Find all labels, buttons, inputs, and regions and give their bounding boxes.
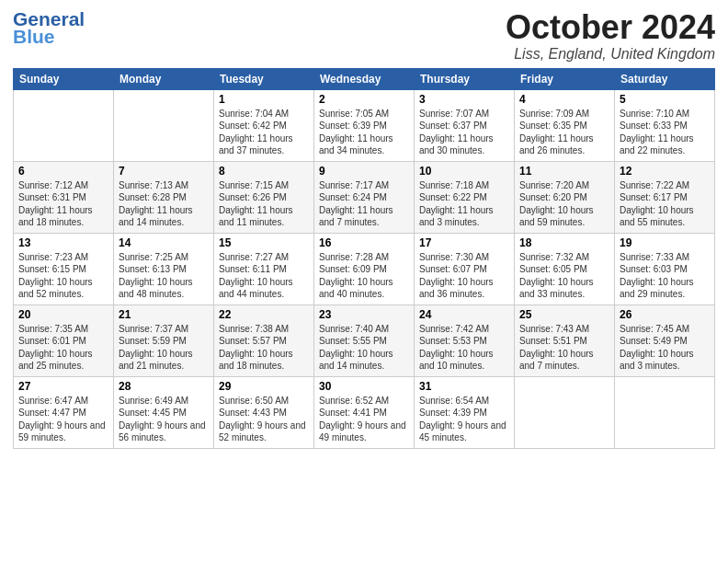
day-number: 13 (18, 236, 108, 249)
calendar-cell (615, 376, 715, 448)
day-number: 20 (18, 308, 108, 321)
calendar-cell (515, 376, 615, 448)
day-number: 8 (219, 165, 309, 178)
day-number: 2 (319, 93, 409, 106)
weekday-header-row: SundayMondayTuesdayWednesdayThursdayFrid… (14, 68, 715, 89)
day-info: Sunrise: 7:45 AM Sunset: 5:49 PM Dayligh… (620, 323, 710, 373)
day-info: Sunrise: 7:05 AM Sunset: 6:39 PM Dayligh… (319, 108, 409, 157)
weekday-header-sunday: Sunday (14, 68, 114, 89)
calendar-cell: 24Sunrise: 7:42 AM Sunset: 5:53 PM Dayli… (415, 304, 515, 376)
calendar-week-4: 20Sunrise: 7:35 AM Sunset: 6:01 PM Dayli… (14, 304, 715, 376)
calendar-cell: 3Sunrise: 7:07 AM Sunset: 6:37 PM Daylig… (415, 89, 515, 161)
calendar-cell: 4Sunrise: 7:09 AM Sunset: 6:35 PM Daylig… (515, 89, 615, 161)
calendar-cell: 28Sunrise: 6:49 AM Sunset: 4:45 PM Dayli… (114, 376, 214, 448)
day-info: Sunrise: 7:10 AM Sunset: 6:33 PM Dayligh… (620, 108, 710, 157)
day-number: 25 (519, 308, 609, 321)
day-info: Sunrise: 7:38 AM Sunset: 5:57 PM Dayligh… (219, 323, 309, 373)
calendar-week-3: 13Sunrise: 7:23 AM Sunset: 6:15 PM Dayli… (14, 233, 715, 304)
location: Liss, England, United Kingdom (506, 46, 715, 63)
day-number: 14 (119, 236, 209, 249)
calendar-cell: 30Sunrise: 6:52 AM Sunset: 4:41 PM Dayli… (314, 376, 415, 448)
day-info: Sunrise: 6:50 AM Sunset: 4:43 PM Dayligh… (219, 395, 309, 444)
weekday-header-thursday: Thursday (415, 68, 515, 89)
calendar-week-2: 6Sunrise: 7:12 AM Sunset: 6:31 PM Daylig… (14, 161, 715, 233)
day-number: 15 (219, 236, 309, 249)
calendar-cell: 31Sunrise: 6:54 AM Sunset: 4:39 PM Dayli… (415, 376, 515, 448)
calendar-cell: 11Sunrise: 7:20 AM Sunset: 6:20 PM Dayli… (515, 161, 615, 233)
day-number: 22 (219, 308, 309, 321)
weekday-header-monday: Monday (114, 68, 214, 89)
day-number: 3 (419, 93, 509, 106)
title-block: October 2024 Liss, England, United Kingd… (506, 9, 715, 63)
day-info: Sunrise: 7:40 AM Sunset: 5:55 PM Dayligh… (319, 323, 409, 373)
month-title: October 2024 (506, 9, 715, 46)
calendar-cell: 22Sunrise: 7:38 AM Sunset: 5:57 PM Dayli… (214, 304, 314, 376)
weekday-header-tuesday: Tuesday (214, 68, 314, 89)
day-info: Sunrise: 7:07 AM Sunset: 6:37 PM Dayligh… (419, 108, 509, 157)
calendar-cell: 7Sunrise: 7:13 AM Sunset: 6:28 PM Daylig… (114, 161, 214, 233)
day-number: 17 (419, 236, 509, 249)
day-info: Sunrise: 7:32 AM Sunset: 6:05 PM Dayligh… (519, 251, 609, 301)
calendar-cell: 13Sunrise: 7:23 AM Sunset: 6:15 PM Dayli… (14, 233, 114, 304)
day-info: Sunrise: 6:52 AM Sunset: 4:41 PM Dayligh… (319, 395, 409, 444)
calendar-cell: 17Sunrise: 7:30 AM Sunset: 6:07 PM Dayli… (415, 233, 515, 304)
day-info: Sunrise: 7:35 AM Sunset: 6:01 PM Dayligh… (18, 323, 108, 373)
calendar-week-1: 1Sunrise: 7:04 AM Sunset: 6:42 PM Daylig… (14, 89, 715, 161)
calendar-cell (114, 89, 214, 161)
calendar-cell (14, 89, 114, 161)
day-info: Sunrise: 7:13 AM Sunset: 6:28 PM Dayligh… (119, 179, 209, 229)
calendar-cell: 19Sunrise: 7:33 AM Sunset: 6:03 PM Dayli… (615, 233, 715, 304)
day-info: Sunrise: 7:12 AM Sunset: 6:31 PM Dayligh… (18, 179, 108, 229)
calendar-cell: 27Sunrise: 6:47 AM Sunset: 4:47 PM Dayli… (14, 376, 114, 448)
day-number: 19 (620, 236, 710, 249)
main-container: General Blue October 2024 Liss, England,… (0, 0, 728, 454)
calendar-cell: 9Sunrise: 7:17 AM Sunset: 6:24 PM Daylig… (314, 161, 415, 233)
day-number: 29 (219, 380, 309, 393)
day-info: Sunrise: 7:37 AM Sunset: 5:59 PM Dayligh… (119, 323, 209, 373)
day-info: Sunrise: 7:27 AM Sunset: 6:11 PM Dayligh… (219, 251, 309, 301)
weekday-header-saturday: Saturday (615, 68, 715, 89)
day-info: Sunrise: 7:42 AM Sunset: 5:53 PM Dayligh… (419, 323, 509, 373)
day-info: Sunrise: 7:33 AM Sunset: 6:03 PM Dayligh… (620, 251, 710, 301)
logo-blue: Blue (13, 27, 86, 46)
header: General Blue October 2024 Liss, England,… (13, 9, 715, 63)
day-number: 6 (18, 165, 108, 178)
day-info: Sunrise: 7:23 AM Sunset: 6:15 PM Dayligh… (18, 251, 108, 301)
day-number: 26 (620, 308, 710, 321)
day-number: 5 (620, 93, 710, 106)
day-info: Sunrise: 7:15 AM Sunset: 6:26 PM Dayligh… (219, 179, 309, 229)
day-info: Sunrise: 7:04 AM Sunset: 6:42 PM Dayligh… (219, 108, 309, 157)
calendar-cell: 5Sunrise: 7:10 AM Sunset: 6:33 PM Daylig… (615, 89, 715, 161)
day-number: 1 (219, 93, 309, 106)
calendar-cell: 12Sunrise: 7:22 AM Sunset: 6:17 PM Dayli… (615, 161, 715, 233)
day-number: 21 (119, 308, 209, 321)
logo: General Blue (13, 9, 86, 46)
calendar-cell: 26Sunrise: 7:45 AM Sunset: 5:49 PM Dayli… (615, 304, 715, 376)
day-number: 4 (519, 93, 609, 106)
calendar-cell: 2Sunrise: 7:05 AM Sunset: 6:39 PM Daylig… (314, 89, 415, 161)
calendar-cell: 6Sunrise: 7:12 AM Sunset: 6:31 PM Daylig… (14, 161, 114, 233)
day-number: 24 (419, 308, 509, 321)
day-number: 31 (419, 380, 509, 393)
calendar-cell: 29Sunrise: 6:50 AM Sunset: 4:43 PM Dayli… (214, 376, 314, 448)
day-info: Sunrise: 7:22 AM Sunset: 6:17 PM Dayligh… (620, 179, 710, 229)
calendar-cell: 21Sunrise: 7:37 AM Sunset: 5:59 PM Dayli… (114, 304, 214, 376)
day-info: Sunrise: 6:54 AM Sunset: 4:39 PM Dayligh… (419, 395, 509, 444)
day-number: 12 (620, 165, 710, 178)
day-number: 18 (519, 236, 609, 249)
calendar-cell: 10Sunrise: 7:18 AM Sunset: 6:22 PM Dayli… (415, 161, 515, 233)
day-number: 28 (119, 380, 209, 393)
day-info: Sunrise: 7:25 AM Sunset: 6:13 PM Dayligh… (119, 251, 209, 301)
day-info: Sunrise: 6:47 AM Sunset: 4:47 PM Dayligh… (18, 395, 108, 444)
day-info: Sunrise: 7:18 AM Sunset: 6:22 PM Dayligh… (419, 179, 509, 229)
day-info: Sunrise: 7:30 AM Sunset: 6:07 PM Dayligh… (419, 251, 509, 301)
calendar-cell: 8Sunrise: 7:15 AM Sunset: 6:26 PM Daylig… (214, 161, 314, 233)
calendar-week-5: 27Sunrise: 6:47 AM Sunset: 4:47 PM Dayli… (14, 376, 715, 448)
day-number: 7 (119, 165, 209, 178)
calendar-cell: 15Sunrise: 7:27 AM Sunset: 6:11 PM Dayli… (214, 233, 314, 304)
calendar-cell: 16Sunrise: 7:28 AM Sunset: 6:09 PM Dayli… (314, 233, 415, 304)
calendar-cell: 25Sunrise: 7:43 AM Sunset: 5:51 PM Dayli… (515, 304, 615, 376)
day-number: 9 (319, 165, 409, 178)
weekday-header-friday: Friday (515, 68, 615, 89)
calendar-cell: 20Sunrise: 7:35 AM Sunset: 6:01 PM Dayli… (14, 304, 114, 376)
